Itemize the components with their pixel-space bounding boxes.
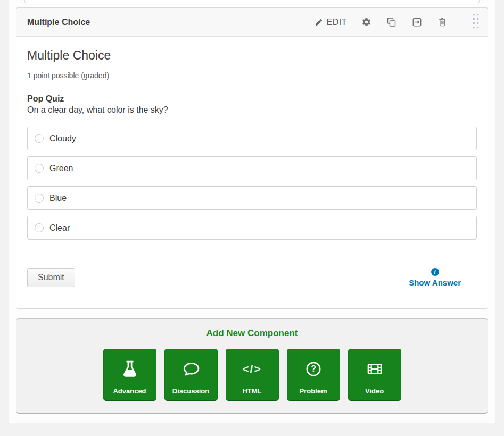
choice-row-clear[interactable]: Clear xyxy=(27,216,477,240)
choice-label: Blue xyxy=(49,194,67,203)
delete-button[interactable] xyxy=(437,16,448,28)
show-answer-link[interactable]: Show Answer xyxy=(409,278,461,287)
component-header: Multiple Choice EDIT xyxy=(16,7,488,37)
film-icon xyxy=(364,356,385,382)
code-brackets-icon: </> xyxy=(242,356,261,382)
question-title: Pop Quiz xyxy=(27,94,477,104)
choice-row-blue[interactable]: Blue xyxy=(27,186,477,210)
move-icon xyxy=(411,16,423,28)
multiple-choice-component-card: Multiple Choice EDIT xyxy=(16,7,488,309)
problem-body: Multiple Choice 1 point possible (graded… xyxy=(16,37,488,309)
drag-handle[interactable] xyxy=(472,13,480,32)
add-problem-button[interactable]: ? Problem xyxy=(287,349,340,401)
add-tile-label: Video xyxy=(365,387,384,395)
problem-heading: Multiple Choice xyxy=(27,48,477,63)
trash-icon xyxy=(437,16,448,28)
add-tile-label: Problem xyxy=(299,387,327,395)
question-circle-icon: ? xyxy=(303,356,324,382)
choice-row-green[interactable]: Green xyxy=(27,156,477,180)
flask-icon xyxy=(119,356,141,382)
gear-icon xyxy=(361,17,371,27)
add-html-button[interactable]: </> HTML xyxy=(226,349,279,401)
component-actions: EDIT xyxy=(315,13,480,32)
speech-bubble-icon xyxy=(180,356,202,382)
choice-label: Cloudy xyxy=(49,134,76,144)
choice-list: Cloudy Green Blue Clear xyxy=(27,127,477,240)
question-text: On a clear day, what color is the sky? xyxy=(27,105,477,115)
points-possible-text: 1 point possible (graded) xyxy=(27,71,477,80)
component-title: Multiple Choice xyxy=(27,18,90,27)
choice-label: Green xyxy=(49,164,73,173)
content-area: Multiple Choice EDIT xyxy=(9,0,495,423)
radio-button[interactable] xyxy=(35,134,44,143)
settings-button[interactable] xyxy=(361,17,371,27)
info-icon: i xyxy=(431,268,439,276)
problem-footer: Submit i Show Answer xyxy=(27,268,477,287)
choice-row-cloudy[interactable]: Cloudy xyxy=(27,127,477,150)
duplicate-icon xyxy=(386,16,397,28)
svg-text:?: ? xyxy=(311,364,316,373)
add-discussion-button[interactable]: Discussion xyxy=(164,349,218,401)
move-button[interactable] xyxy=(411,16,423,28)
drag-dots-icon xyxy=(473,14,479,31)
radio-button[interactable] xyxy=(35,194,44,203)
add-new-component-title: Add New Component xyxy=(16,328,488,339)
add-tile-label: Advanced xyxy=(113,387,146,395)
previous-component-card-edge xyxy=(24,0,480,3)
edit-button-label: EDIT xyxy=(327,18,347,27)
edit-button[interactable]: EDIT xyxy=(315,18,347,27)
show-answer-block: i Show Answer xyxy=(409,268,461,287)
add-advanced-button[interactable]: Advanced xyxy=(103,349,156,401)
choice-label: Clear xyxy=(49,223,70,233)
pencil-icon xyxy=(315,18,323,27)
add-component-buttons: Advanced Discussion </> HTML xyxy=(16,349,488,401)
duplicate-button[interactable] xyxy=(386,16,397,28)
add-tile-label: HTML xyxy=(242,387,261,395)
add-video-button[interactable]: Video xyxy=(348,349,401,401)
radio-button[interactable] xyxy=(35,164,44,173)
submit-button[interactable]: Submit xyxy=(27,268,75,287)
add-tile-label: Discussion xyxy=(172,387,209,395)
add-new-component-panel: Add New Component Advanced xyxy=(16,318,488,414)
radio-button[interactable] xyxy=(35,223,44,232)
